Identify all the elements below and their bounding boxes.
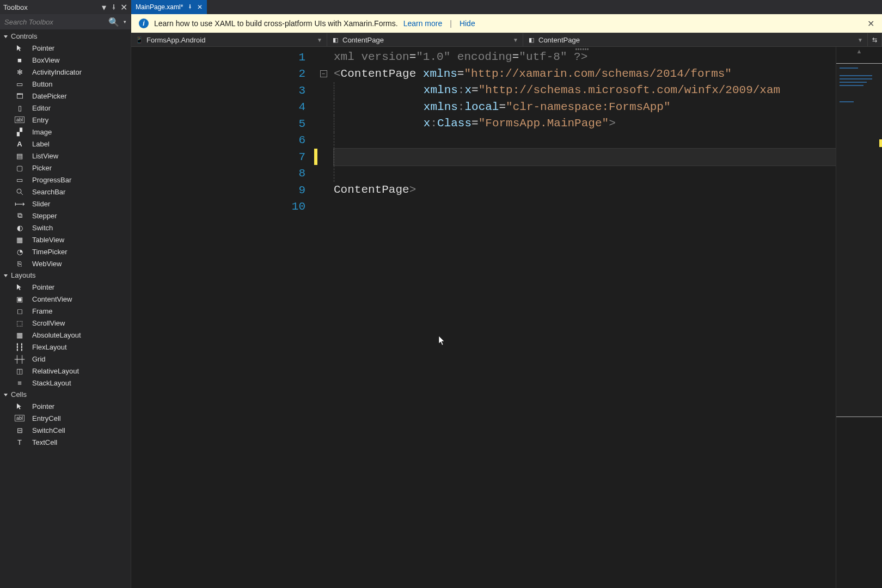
toolbox-panel: Toolbox ▾ ✕ 🔍 ▾ ControlsPointer■BoxView✻… bbox=[0, 0, 131, 588]
toolbox-item-datepicker[interactable]: 🗔DatePicker bbox=[0, 90, 131, 102]
toolbox-item-editor[interactable]: ▯Editor bbox=[0, 102, 131, 114]
hide-link[interactable]: Hide bbox=[460, 19, 475, 28]
toolbox-item-label[interactable]: ALabel bbox=[0, 138, 131, 150]
minimap[interactable]: ▲ bbox=[836, 47, 882, 588]
minimap-viewport[interactable] bbox=[836, 63, 882, 417]
context-swap-button[interactable]: ⇆ bbox=[868, 33, 882, 46]
line-number: 4 bbox=[131, 101, 314, 113]
chevron-down-icon: ▼ bbox=[513, 37, 518, 43]
toolbox-item-flexlayout[interactable]: ┇┇FlexLayout bbox=[0, 341, 131, 353]
code-line-7[interactable] bbox=[334, 149, 836, 166]
toolbox-item-label: SearchBar bbox=[32, 188, 65, 196]
line-number: 3 bbox=[131, 84, 314, 97]
toolbox-search-input[interactable] bbox=[0, 18, 108, 26]
context-project-selector[interactable]: 📱 FormsApp.Android ▼ bbox=[131, 33, 327, 46]
toolbox-category-cells[interactable]: Cells bbox=[0, 389, 131, 400]
toolbox-menu-dropdown-icon[interactable]: ▾ bbox=[100, 3, 108, 11]
category-label: Layouts bbox=[11, 271, 36, 279]
line-number: 5 bbox=[131, 118, 314, 130]
close-icon[interactable]: ✕ bbox=[120, 3, 127, 11]
toolbox-item-label: Pointer bbox=[32, 402, 54, 411]
toolbox-item-slider[interactable]: ⟼Slider bbox=[0, 198, 131, 210]
code-line-9[interactable]: ContentPage> bbox=[328, 182, 836, 199]
toolbox-item-contentview[interactable]: ▣ContentView bbox=[0, 293, 131, 305]
modified-marker bbox=[314, 99, 317, 115]
modified-marker bbox=[314, 182, 317, 198]
toolbox-item-stacklayout[interactable]: ≡StackLayout bbox=[0, 377, 131, 389]
minimap-up-icon[interactable]: ▲ bbox=[856, 48, 862, 54]
ptr-icon bbox=[14, 402, 25, 411]
scell-icon: ⊟ bbox=[14, 426, 25, 434]
toolbox-item-searchbar[interactable]: SearchBar bbox=[0, 186, 131, 198]
toolbox-item-stepper[interactable]: ⧉Stepper bbox=[0, 210, 131, 222]
scope-icon: ◧ bbox=[528, 36, 535, 44]
document-tab-mainpage[interactable]: MainPage.xaml* ✕ bbox=[131, 0, 207, 14]
modified-marker bbox=[314, 199, 317, 215]
toolbox-item-label: StackLayout bbox=[32, 379, 71, 387]
code-line-10[interactable] bbox=[328, 199, 836, 216]
chevron-down-icon: ▼ bbox=[857, 37, 863, 43]
toolbox-item-switch[interactable]: ◐Switch bbox=[0, 222, 131, 234]
modified-marker bbox=[314, 82, 317, 99]
toolbox-item-activityindicator[interactable]: ✻ActivityIndicator bbox=[0, 66, 131, 78]
scroll-icon: ⬚ bbox=[14, 318, 25, 327]
toolbox-item-absolutelayout[interactable]: ▦AbsoluteLayout bbox=[0, 329, 131, 341]
tab-pin-icon[interactable] bbox=[187, 3, 193, 11]
code-line-2[interactable]: <ContentPage xmlns="http://xamarin.com/s… bbox=[328, 66, 836, 83]
search-icon[interactable]: 🔍 bbox=[110, 18, 118, 26]
toolbox-item-label: Switch bbox=[32, 224, 53, 232]
code-line-5[interactable]: x:Class="FormsApp.MainPage"> bbox=[334, 115, 836, 132]
editor[interactable]: 12−345678910 ⋯⋯ xml version="1.0" encodi… bbox=[131, 47, 882, 588]
toolbox-item-pointer[interactable]: Pointer bbox=[0, 281, 131, 293]
line-number: 2 bbox=[131, 68, 314, 80]
toolbox-item-label: Button bbox=[32, 80, 53, 88]
context-scope2-selector[interactable]: ◧ ContentPage ▼ bbox=[523, 33, 868, 46]
table-icon: ▦ bbox=[14, 235, 25, 244]
tab-close-icon[interactable]: ✕ bbox=[197, 3, 203, 11]
learn-more-link[interactable]: Learn more bbox=[403, 19, 443, 28]
toolbox-tree: ControlsPointer■BoxView✻ActivityIndicato… bbox=[0, 29, 131, 588]
code-line-6[interactable] bbox=[334, 132, 836, 149]
toolbox-item-picker[interactable]: ▢Picker bbox=[0, 162, 131, 174]
toolbox-item-switchcell[interactable]: ⊟SwitchCell bbox=[0, 424, 131, 436]
toolbox-item-pointer[interactable]: Pointer bbox=[0, 400, 131, 412]
document-tabs: MainPage.xaml* ✕ bbox=[131, 0, 882, 14]
toolbox-category-controls[interactable]: Controls bbox=[0, 30, 131, 42]
toolbox-item-entrycell[interactable]: ablEntryCell bbox=[0, 412, 131, 424]
sw-icon: ◐ bbox=[14, 223, 25, 232]
toolbox-category-layouts[interactable]: Layouts bbox=[0, 270, 131, 281]
context-bar: 📱 FormsApp.Android ▼ ◧ ContentPage ▼ ◧ C… bbox=[131, 33, 882, 47]
code-line-3[interactable]: xmlns:x="http://schemas.microsoft.com/wi… bbox=[334, 82, 836, 99]
toolbox-item-button[interactable]: ▭Button bbox=[0, 78, 131, 90]
line-number: 9 bbox=[131, 184, 314, 197]
toolbox-item-timepicker[interactable]: ◔TimePicker bbox=[0, 246, 131, 258]
code-line-8[interactable] bbox=[334, 166, 836, 182]
toolbox-item-grid[interactable]: ┼┼Grid bbox=[0, 353, 131, 365]
toolbox-item-boxview[interactable]: ■BoxView bbox=[0, 54, 131, 66]
toolbox-item-textcell[interactable]: TTextCell bbox=[0, 436, 131, 448]
code-line-4[interactable]: xmlns:local="clr-namespace:FormsApp" bbox=[334, 99, 836, 116]
line-number: 8 bbox=[131, 167, 314, 180]
date-icon: 🗔 bbox=[14, 91, 25, 100]
toolbox-item-pointer[interactable]: Pointer bbox=[0, 42, 131, 54]
pin-icon[interactable] bbox=[110, 3, 118, 11]
toolbox-item-image[interactable]: ▞Image bbox=[0, 126, 131, 138]
code-line-1[interactable]: xml version="1.0" encoding="utf-8" ?> bbox=[328, 49, 836, 66]
toolbox-item-progressbar[interactable]: ▭ProgressBar bbox=[0, 174, 131, 186]
context-scope1-selector[interactable]: ◧ ContentPage ▼ bbox=[327, 33, 523, 46]
code-area[interactable]: ⋯⋯ xml version="1.0" encoding="utf-8" ?>… bbox=[328, 47, 836, 588]
toolbox-item-entry[interactable]: ablEntry bbox=[0, 114, 131, 126]
infobar-close-icon[interactable]: ✕ bbox=[867, 19, 874, 29]
flex-icon: ┇┇ bbox=[14, 342, 25, 351]
toolbox-item-relativelayout[interactable]: ◫RelativeLayout bbox=[0, 365, 131, 377]
search-options-dropdown-icon[interactable]: ▾ bbox=[121, 18, 128, 26]
toolbox-search-row: 🔍 ▾ bbox=[0, 14, 131, 29]
fold-toggle[interactable]: − bbox=[320, 70, 327, 77]
toolbox-header: Toolbox ▾ ✕ bbox=[0, 0, 131, 14]
toolbox-item-label: Grid bbox=[32, 355, 46, 363]
toolbox-item-listview[interactable]: ▤ListView bbox=[0, 150, 131, 162]
toolbox-item-webview[interactable]: ⎘WebView bbox=[0, 258, 131, 270]
toolbox-item-tableview[interactable]: ▦TableView bbox=[0, 234, 131, 246]
toolbox-item-frame[interactable]: ◻Frame bbox=[0, 305, 131, 317]
toolbox-item-scrollview[interactable]: ⬚ScrollView bbox=[0, 317, 131, 329]
